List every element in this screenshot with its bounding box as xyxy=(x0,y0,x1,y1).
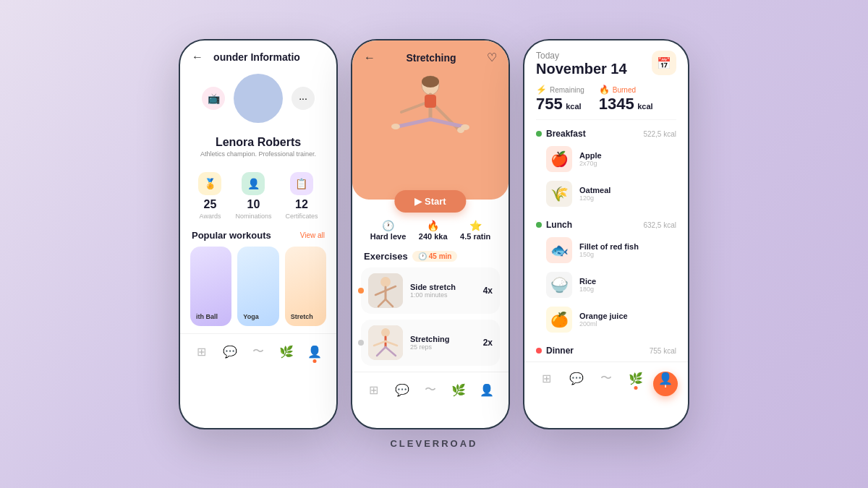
profile-header-title: ounder Informatio xyxy=(213,51,300,63)
food-oatmeal: 🌾 Oatmeal 120g xyxy=(546,176,676,211)
exercise-sub-1: 1:00 minutes xyxy=(410,291,476,299)
dinner-kcal: 755 kcal xyxy=(650,347,676,355)
timer-badge: 🕐 45 min xyxy=(412,251,458,262)
certificates-icon: 📋 xyxy=(290,172,313,195)
heart-icon[interactable]: ♡ xyxy=(487,51,497,64)
exercises-title: Exercises xyxy=(364,251,408,262)
calendar-button[interactable]: 📅 xyxy=(652,51,676,75)
date-today: Today xyxy=(536,51,627,61)
certificates-label: Certificates xyxy=(285,213,318,220)
workout-card-ball[interactable]: ith Ball xyxy=(190,247,231,326)
svg-point-19 xyxy=(381,328,390,337)
remaining-value: 755 kcal xyxy=(536,95,584,114)
awards-label: Awards xyxy=(200,213,221,220)
date-section: Today November 14 xyxy=(536,51,627,77)
lunch-name: Lunch xyxy=(546,220,572,230)
oatmeal-name: Oatmeal xyxy=(579,186,610,194)
dinner-dot xyxy=(536,348,542,354)
fish-info: Fillet of red fish 150g xyxy=(579,242,639,258)
right-nav-home[interactable]: ⊞ xyxy=(537,368,557,388)
svg-point-10 xyxy=(422,76,439,87)
nav-chat[interactable]: 💬 xyxy=(220,341,240,361)
right-nav-chat[interactable]: 💬 xyxy=(566,368,587,388)
view-all-link[interactable]: View all xyxy=(300,231,325,239)
monitor-icon[interactable]: 📺 xyxy=(202,87,225,110)
workout-cards: ith Ball Yoga Stretch xyxy=(180,247,336,326)
mid-stat-rating: ⭐ 4.5 ratin xyxy=(460,220,490,241)
apple-thumb: 🍎 xyxy=(546,146,572,172)
right-bottom-nav: ⊞ 💬 〜 🌿 👤 xyxy=(524,361,688,393)
more-icon[interactable]: ··· xyxy=(292,87,315,110)
juice-name: Orange juice xyxy=(579,312,628,320)
juice-info: Orange juice 200ml xyxy=(579,312,628,328)
food-apple: 🍎 Apple 2x70g xyxy=(546,142,676,176)
rice-info: Rice 180g xyxy=(579,277,596,293)
apple-name: Apple xyxy=(579,151,602,160)
exercise-item-1[interactable]: Side stretch 1:00 minutes 4x xyxy=(361,267,500,314)
meal-breakfast-header: Breakfast 522,5 kcal xyxy=(536,126,676,142)
kcal-icon: 🔥 xyxy=(427,220,439,231)
stat-nominations: 👤 10 Nominations xyxy=(235,172,271,220)
mid-nav-activity[interactable]: 〜 xyxy=(420,380,441,400)
timer-icon: 🕐 xyxy=(418,252,427,260)
breakfast-food-list: 🍎 Apple 2x70g 🌾 Oatmeal 120g xyxy=(536,142,676,211)
workout-card-yoga[interactable]: Yoga xyxy=(237,247,278,326)
mid-stat-kcal: 🔥 240 kka xyxy=(419,220,448,241)
exercise-info-2: Stretching 25 reps xyxy=(410,335,476,351)
nav-activity[interactable]: 〜 xyxy=(248,341,268,361)
profile-area: 📺 ··· Lenora Roberts Athletics champion.… xyxy=(180,68,336,165)
exercise-thumb-2 xyxy=(368,325,403,360)
brand-label: CLEVERROAD xyxy=(390,438,477,449)
rating-icon: ⭐ xyxy=(469,220,482,231)
phone-right: Today November 14 📅 ⚡ Remaining 755 kcal xyxy=(523,39,689,429)
right-nav-nature[interactable]: 🌿 xyxy=(626,368,646,388)
mid-nav-nature[interactable]: 🌿 xyxy=(448,380,469,400)
phone-middle: ← Stretching ♡ xyxy=(351,39,510,429)
mid-nav-profile[interactable]: 👤 xyxy=(477,380,497,400)
mid-nav-chat[interactable]: 💬 xyxy=(392,380,412,400)
nav-home[interactable]: ⊞ xyxy=(192,341,212,361)
middle-back-button[interactable]: ← xyxy=(364,51,375,64)
food-fish: 🐟 Fillet of red fish 150g xyxy=(546,233,676,267)
level-label: Hard leve xyxy=(370,232,407,241)
certificates-number: 12 xyxy=(295,198,308,211)
start-button[interactable]: ▶ Start xyxy=(394,190,466,213)
svg-line-4 xyxy=(398,119,430,127)
rice-thumb: 🍚 xyxy=(546,272,572,298)
left-bottom-nav: ⊞ 💬 〜 🌿 👤 xyxy=(180,333,336,366)
exercises-header: Exercises 🕐 45 min xyxy=(352,248,509,267)
workout-card-stretch[interactable]: Stretch xyxy=(285,247,326,326)
level-icon: 🕐 xyxy=(382,220,394,231)
popular-workouts-title: Popular workouts xyxy=(192,230,271,241)
right-nav-profile[interactable]: 👤 xyxy=(655,368,676,388)
exercise-reps-1: 4x xyxy=(483,286,493,296)
mid-stat-level: 🕐 Hard leve xyxy=(370,220,407,241)
exercise-reps-2: 2x xyxy=(483,338,493,348)
profile-bio: Athletics champion. Professional trainer… xyxy=(200,150,316,158)
exercise-name-1: Side stretch xyxy=(410,283,476,291)
nav-nature[interactable]: 🌿 xyxy=(276,341,297,361)
exercise-item-2[interactable]: Stretching 25 reps 2x xyxy=(361,320,500,366)
oatmeal-info: Oatmeal 120g xyxy=(579,186,610,202)
exercise-dot-1 xyxy=(358,288,364,294)
back-button[interactable]: ← xyxy=(192,51,203,64)
avatar xyxy=(234,74,283,123)
awards-icon: 🏅 xyxy=(198,172,221,195)
rice-name: Rice xyxy=(579,277,596,286)
apple-info: Apple 2x70g xyxy=(579,151,602,167)
svg-point-12 xyxy=(380,277,391,287)
remaining-label: Remaining xyxy=(550,86,584,94)
exercise-dot-2 xyxy=(358,340,364,346)
nominations-label: Nominations xyxy=(235,213,271,220)
mid-nav-home[interactable]: ⊞ xyxy=(364,380,384,400)
rating-label: 4.5 ratin xyxy=(460,232,490,241)
right-nav-activity[interactable]: 〜 xyxy=(596,368,616,388)
workout-label-yoga: Yoga xyxy=(243,313,258,320)
burned-value: 1345 kcal xyxy=(599,95,653,114)
middle-top-header: ← Stretching ♡ xyxy=(352,40,509,69)
food-juice: 🍊 Orange juice 200ml xyxy=(546,302,676,337)
fish-name: Fillet of red fish xyxy=(579,242,639,251)
nav-profile[interactable]: 👤 xyxy=(305,341,325,361)
rice-amount: 180g xyxy=(579,286,596,293)
exercise-thumb-1 xyxy=(368,273,403,308)
